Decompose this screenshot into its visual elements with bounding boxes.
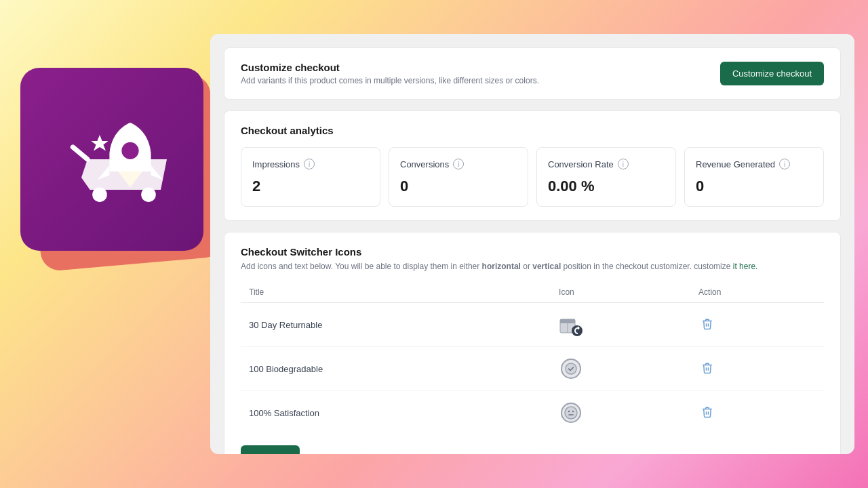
row-action-1 (690, 303, 824, 347)
impressions-info-icon[interactable]: i (304, 159, 315, 169)
svg-point-1 (92, 187, 107, 202)
column-header-icon: Icon (551, 282, 690, 303)
metric-impressions-label: Impressions i (252, 159, 369, 169)
circle-check-icon (561, 359, 581, 379)
svg-point-10 (572, 411, 574, 412)
table-row: 100% Satisfaction (241, 391, 824, 435)
conversions-info-icon[interactable]: i (453, 159, 464, 169)
svg-point-7 (566, 363, 576, 374)
conversion-rate-info-icon[interactable]: i (618, 159, 629, 169)
trash-icon-2 (701, 362, 713, 374)
customize-header-text: Customize checkout Add variants if this … (241, 62, 539, 85)
svg-point-9 (568, 411, 570, 412)
metric-conversion-rate-label: Conversion Rate i (548, 159, 665, 169)
icons-section-description: Add icons and text below. You will be ab… (241, 262, 824, 271)
customize-checkout-card: Customize checkout Add variants if this … (224, 47, 841, 100)
svg-point-6 (572, 325, 583, 336)
svg-point-8 (565, 407, 577, 419)
revenue-info-icon[interactable]: i (779, 159, 790, 169)
it-here-link[interactable]: it here. (733, 262, 758, 271)
icons-section-title: Checkout Switcher Icons (241, 246, 824, 258)
metric-conversion-rate-value: 0.00 % (548, 178, 665, 195)
analytics-card: Checkout analytics Impressions i 2 Conve… (224, 110, 841, 221)
delete-button-1[interactable] (698, 315, 716, 335)
svg-point-2 (141, 187, 156, 202)
face-neutral-icon (561, 403, 581, 423)
logo-background (20, 68, 203, 251)
delete-button-2[interactable] (698, 359, 716, 379)
customize-checkout-button[interactable]: Customize checkout (720, 62, 824, 85)
metric-impressions-value: 2 (252, 178, 369, 195)
trash-icon-3 (701, 406, 713, 418)
column-header-action: Action (690, 282, 824, 303)
column-header-title: Title (241, 282, 551, 303)
row-title-2: 100 Biodegradable (241, 347, 551, 391)
row-icon-2 (551, 347, 690, 391)
delete-button-3[interactable] (698, 403, 716, 423)
metric-conversions: Conversions i 0 (389, 147, 528, 207)
trash-icon-1 (701, 318, 713, 330)
icons-table: Title Icon Action 30 Day Returnable (241, 282, 824, 434)
metric-conversions-label: Conversions i (400, 159, 517, 169)
table-row: 100 Biodegradable (241, 347, 824, 391)
row-icon-1 (551, 303, 690, 347)
metric-impressions: Impressions i 2 (241, 147, 380, 207)
icons-section-card: Checkout Switcher Icons Add icons and te… (224, 232, 841, 454)
row-icon-3 (551, 391, 690, 435)
row-title-3: 100% Satisfaction (241, 391, 551, 435)
metric-revenue: Revenue Generated i 0 (684, 147, 824, 207)
metric-conversions-value: 0 (400, 178, 517, 195)
analytics-grid: Impressions i 2 Conversions i 0 Conversi… (241, 147, 824, 207)
main-panel: Customize checkout Add variants if this … (210, 34, 854, 454)
metric-revenue-label: Revenue Generated i (696, 159, 812, 169)
metric-revenue-value: 0 (696, 178, 812, 195)
add-icon-button[interactable]: Add Icon (241, 445, 300, 454)
row-action-3 (690, 391, 824, 435)
box-return-svg (559, 312, 583, 337)
icon-satisfaction (559, 401, 583, 425)
metric-conversion-rate: Conversion Rate i 0.00 % (536, 147, 676, 207)
customize-checkout-title: Customize checkout (241, 62, 539, 73)
row-title-1: 30 Day Returnable (241, 303, 551, 347)
logo-container (20, 68, 217, 264)
row-action-2 (690, 347, 824, 391)
icon-box-return (559, 312, 583, 337)
table-row: 30 Day Returnable (241, 303, 824, 347)
svg-point-0 (121, 142, 138, 159)
analytics-title: Checkout analytics (241, 125, 824, 136)
icon-biodegradable (559, 357, 583, 381)
customize-checkout-description: Add variants if this product comes in mu… (241, 76, 539, 85)
logo-icon (51, 98, 173, 220)
